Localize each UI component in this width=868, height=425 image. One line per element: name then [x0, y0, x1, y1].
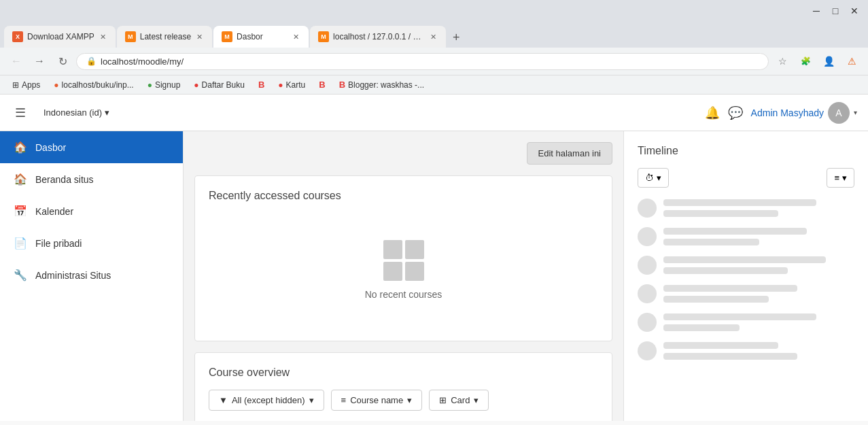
skeleton-row-3	[638, 256, 854, 275]
tab-latest-close[interactable]: ✕	[195, 31, 204, 43]
timeline-time-arrow-icon: ▾	[657, 173, 661, 183]
tab-xampp[interactable]: X Download XAMPP ✕	[4, 26, 116, 48]
tab-dasbor-favicon: M	[222, 31, 232, 42]
close-button[interactable]: ✕	[846, 3, 863, 19]
address-bar[interactable]: 🔒 localhost/moodle/my/	[76, 53, 769, 70]
sidebar-item-file-pribadi[interactable]: 📄 File pribadi	[0, 227, 183, 259]
tab-dasbor[interactable]: M Dasbor ✕	[213, 26, 309, 48]
bookmark-localhost[interactable]: ● localhost/buku/inp...	[48, 78, 139, 92]
bookmark-blogger-b-icon: B	[258, 80, 264, 90]
skeleton-line-1a	[663, 199, 816, 206]
tab-dasbor-close[interactable]: ✕	[292, 31, 300, 43]
extension-button[interactable]: 🧩	[796, 52, 815, 71]
skeleton-lines-1	[663, 199, 854, 217]
profile-button[interactable]: 👤	[819, 52, 838, 71]
icon-cell-4	[405, 262, 424, 281]
lock-icon: 🔒	[86, 56, 97, 66]
skeleton-line-6b	[663, 353, 797, 360]
bookmark-blogger-k[interactable]: B	[313, 78, 330, 92]
hamburger-button[interactable]: ☰	[11, 101, 30, 124]
skeleton-circle-5	[638, 313, 657, 332]
bookmark-star-button[interactable]: ☆	[773, 52, 792, 71]
tab-localhost-close[interactable]: ✕	[429, 31, 438, 43]
skeleton-row-6	[638, 341, 854, 360]
icon-cell-3	[383, 262, 402, 281]
content-area: Edit halaman ini Recently accessed cours…	[184, 131, 623, 421]
skeleton-line-5a	[663, 313, 816, 320]
forward-button[interactable]: →	[30, 52, 49, 71]
message-button[interactable]: 💬	[728, 105, 743, 120]
timeline-time-button[interactable]: ⏱ ▾	[638, 168, 669, 188]
view-arrow-icon: ▾	[474, 395, 479, 405]
bookmark-daftar-buku[interactable]: ● Daftar Buku	[188, 78, 250, 92]
skeleton-line-4b	[663, 296, 769, 303]
tab-xampp-title: Download XAMPP	[27, 32, 94, 41]
sidebar-item-beranda-situs[interactable]: 🏠 Beranda situs	[0, 163, 183, 195]
bookmark-blogger-waskhas[interactable]: B Blogger: waskhas -...	[334, 78, 430, 92]
header-left: ☰ Indonesian (id) ▾	[11, 101, 115, 124]
recently-accessed-card: Recently accessed courses No recent cour…	[194, 175, 612, 341]
user-area[interactable]: Admin Masyhady A ▾	[751, 102, 857, 124]
bookmark-daftar-label: Daftar Buku	[202, 80, 245, 90]
header-right: 🔔 💬 Admin Masyhady A ▾	[705, 102, 857, 124]
reload-button[interactable]: ↻	[53, 52, 72, 71]
tab-localhost[interactable]: M localhost / 127.0.0.1 / moodled... ✕	[310, 26, 446, 48]
bookmark-blogger-waskhas-label: Blogger: waskhas -...	[348, 80, 424, 90]
bookmark-blogger-b[interactable]: B	[253, 78, 270, 92]
warning-button[interactable]: ⚠	[842, 52, 861, 71]
timeline-sort-arrow-icon: ▾	[842, 173, 847, 183]
tab-bar: X Download XAMPP ✕ M Latest release ✕ M …	[0, 22, 868, 48]
language-arrow-icon: ▾	[105, 107, 109, 118]
skeleton-line-4a	[663, 285, 797, 292]
language-selector[interactable]: Indonesian (id) ▾	[38, 105, 115, 120]
sort-label: Course name	[350, 395, 403, 405]
tab-xampp-close[interactable]: ✕	[99, 31, 107, 43]
skeleton-circle-4	[638, 284, 657, 303]
notification-button[interactable]: 🔔	[705, 105, 720, 120]
maximize-button[interactable]: □	[827, 3, 844, 19]
skeleton-lines-2	[663, 228, 854, 245]
skeleton-lines-5	[663, 313, 854, 331]
tab-latest-release[interactable]: M Latest release ✕	[117, 26, 212, 48]
tab-localhost-title: localhost / 127.0.0.1 / moodled...	[333, 32, 425, 41]
kalender-icon: 📅	[14, 205, 27, 218]
bookmarks-bar: ⊞ Apps ● localhost/buku/inp... ● Signup …	[0, 75, 868, 95]
bookmark-apps-icon: ⊞	[12, 80, 19, 90]
skeleton-row-2	[638, 227, 854, 246]
skeleton-line-5b	[663, 324, 740, 331]
sidebar-item-administrasi[interactable]: 🔧 Administrasi Situs	[0, 259, 183, 291]
skeleton-line-6a	[663, 342, 778, 349]
course-filter-button[interactable]: ▼ All (except hidden) ▾	[209, 390, 324, 411]
new-tab-button[interactable]: +	[447, 28, 466, 48]
address-text: localhost/moodle/my/	[101, 56, 759, 67]
skeleton-row-1	[638, 199, 854, 218]
sort-icon: ≡	[341, 395, 347, 405]
timeline-sort-button[interactable]: ≡ ▾	[827, 168, 854, 188]
user-avatar-initial: A	[835, 107, 841, 118]
timeline-controls: ⏱ ▾ ≡ ▾	[638, 168, 854, 188]
minimize-button[interactable]: ─	[808, 3, 824, 19]
beranda-icon: 🏠	[14, 173, 27, 186]
bookmark-apps-label: Apps	[22, 80, 40, 90]
bookmark-blogger-waskhas-icon: B	[339, 80, 345, 90]
timeline-title: Timeline	[638, 145, 854, 157]
file-pribadi-icon: 📄	[14, 237, 27, 250]
sidebar-item-dasbor[interactable]: 🏠 Dasbor	[0, 131, 183, 163]
bookmark-signup[interactable]: ● Signup	[142, 78, 186, 92]
course-view-button[interactable]: ⊞ Card ▾	[429, 390, 489, 411]
bookmark-signup-label: Signup	[155, 80, 180, 90]
main-area: 🏠 Dasbor 🏠 Beranda situs 📅 Kalender 📄 Fi…	[0, 131, 868, 421]
icon-cell-2	[405, 240, 424, 259]
sidebar-item-administrasi-label: Administrasi Situs	[35, 270, 111, 281]
bookmark-apps[interactable]: ⊞ Apps	[7, 78, 46, 92]
filter-arrow-icon: ▾	[309, 395, 314, 405]
sidebar-item-beranda-label: Beranda situs	[35, 174, 94, 185]
sidebar-item-kalender[interactable]: 📅 Kalender	[0, 195, 183, 227]
dasbor-icon: 🏠	[14, 141, 27, 154]
back-button[interactable]: ←	[7, 52, 26, 71]
bookmark-kartu[interactable]: ● Kartu	[273, 78, 311, 92]
timeline-sort-icon: ≡	[834, 173, 839, 183]
course-sort-button[interactable]: ≡ Course name ▾	[331, 390, 423, 411]
edit-page-button[interactable]: Edit halaman ini	[527, 142, 613, 165]
timeline-time-icon: ⏱	[645, 173, 654, 183]
